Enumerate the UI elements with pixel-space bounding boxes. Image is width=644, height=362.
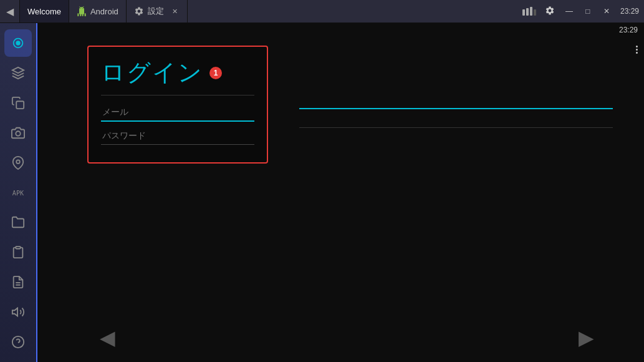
svg-rect-10 <box>16 247 20 249</box>
sidebar-item-help[interactable] <box>4 328 32 356</box>
screen-content: ログイン 1 ◀ ▶ <box>37 37 644 362</box>
maximize-button[interactable]: □ <box>580 4 595 19</box>
email-input[interactable] <box>101 103 254 122</box>
sidebar-item-apk[interactable]: APK <box>4 179 32 207</box>
tab-settings-label: 設定 <box>148 6 164 17</box>
password-input[interactable] <box>101 127 254 145</box>
tab-settings[interactable]: 設定 ✕ <box>127 0 188 22</box>
sidebar-item-volume[interactable] <box>4 298 32 326</box>
email-field-extension <box>299 108 613 109</box>
svg-rect-6 <box>16 101 24 109</box>
login-title-row: ログイン 1 <box>101 57 254 89</box>
svg-marker-13 <box>12 308 17 316</box>
screen-clock: 23:29 <box>617 26 638 34</box>
login-divider <box>101 95 254 95</box>
tab-android[interactable]: Android <box>69 0 127 22</box>
minimize-button[interactable]: — <box>562 4 577 19</box>
tab-welcome-label: Welcome <box>27 7 61 16</box>
nav-back-button[interactable]: ◀ <box>100 326 115 350</box>
nav-forward-button[interactable]: ▶ <box>579 326 594 350</box>
svg-rect-0 <box>522 9 525 16</box>
settings-tab-icon <box>134 6 144 16</box>
password-field-extension <box>299 127 613 128</box>
clock: 23:29 <box>618 7 639 16</box>
svg-rect-3 <box>534 9 536 16</box>
svg-rect-1 <box>526 8 529 16</box>
login-card: ログイン 1 <box>87 46 268 164</box>
sidebar-item-folder[interactable] <box>4 208 32 236</box>
network-icon <box>521 5 538 17</box>
emulator-screen: 23:29 ログイン 1 ◀ <box>37 23 644 362</box>
back-button[interactable]: ◀ <box>0 0 20 22</box>
sidebar-item-layers[interactable] <box>4 59 32 87</box>
svg-point-5 <box>16 41 20 45</box>
close-button[interactable]: ✕ <box>599 4 614 19</box>
notification-badge: 1 <box>209 67 222 79</box>
gear-button[interactable] <box>542 4 558 19</box>
sidebar-item-screen-record[interactable] <box>4 29 32 57</box>
settings-tab-close[interactable]: ✕ <box>170 7 180 16</box>
sidebar: APK <box>0 23 37 362</box>
sidebar-item-notes[interactable] <box>4 268 32 296</box>
svg-point-7 <box>16 131 20 135</box>
login-title: ログイン <box>101 57 203 89</box>
sidebar-item-clipboard[interactable] <box>4 238 32 266</box>
main-area: APK 23:29 <box>0 23 644 362</box>
tab-welcome[interactable]: Welcome <box>20 0 69 22</box>
sidebar-item-copy[interactable] <box>4 89 32 117</box>
screen-topbar: 23:29 <box>37 23 644 37</box>
back-icon: ◀ <box>6 6 14 17</box>
svg-text:APK: APK <box>12 190 24 197</box>
sidebar-item-camera[interactable] <box>4 119 32 147</box>
svg-rect-2 <box>530 7 532 16</box>
tab-android-label: Android <box>90 7 118 16</box>
android-icon <box>77 6 87 16</box>
titlebar: ◀ Welcome Android 設定 ✕ — □ <box>0 0 644 23</box>
titlebar-right: — □ ✕ 23:29 <box>516 0 644 22</box>
svg-point-8 <box>16 160 20 163</box>
sidebar-item-location[interactable] <box>4 149 32 177</box>
